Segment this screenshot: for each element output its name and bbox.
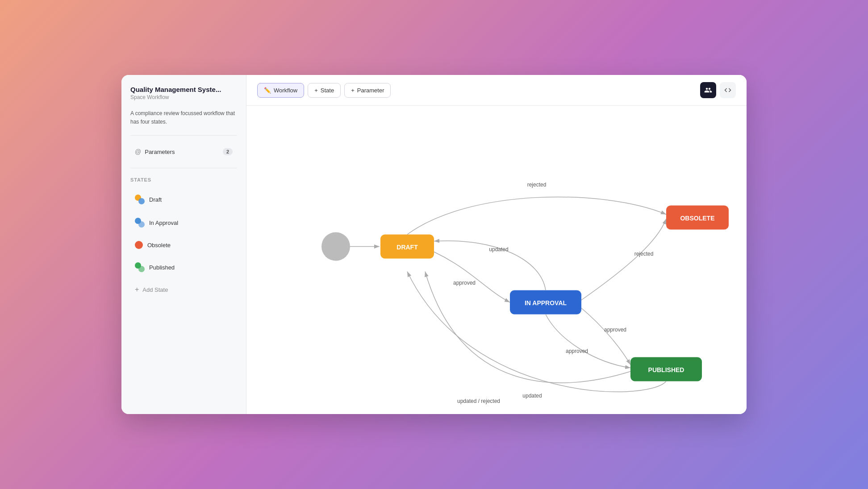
workflow-label: Workflow — [274, 87, 297, 94]
sidebar-item-published[interactable]: Published — [130, 259, 237, 275]
app-subtitle: Space Workflow — [130, 94, 237, 100]
sidebar-item-draft[interactable]: Draft — [130, 191, 237, 207]
diagram-canvas: DRAFT IN APPROVAL OBSOLETE PUBLISHED app… — [246, 106, 747, 414]
pencil-icon: ✏️ — [264, 87, 271, 94]
updated-label-2: updated — [522, 393, 542, 399]
state-button[interactable]: + State — [308, 83, 341, 98]
inapproval-to-obsolete-edge — [581, 219, 666, 300]
approved-label-2: approved — [604, 327, 626, 333]
updated-rejected-label: updated / rejected — [457, 398, 500, 404]
sidebar: Quality Management Syste... Space Workfl… — [121, 75, 246, 414]
parameter-label: Parameter — [357, 87, 384, 94]
published-label: PUBLISHED — [648, 366, 684, 373]
updated-label-1: updated — [489, 246, 508, 253]
main-content: ✏️ Workflow + State + Parameter — [246, 75, 747, 414]
rejected-label-1: rejected — [527, 182, 547, 188]
parameters-row[interactable]: @ Parameters 2 — [130, 145, 237, 159]
plus-icon: + — [135, 286, 139, 294]
plus-param-icon: + — [351, 87, 355, 94]
users-icon — [704, 86, 712, 94]
add-state-label: Add State — [142, 286, 168, 293]
plus-state-icon: + — [314, 87, 318, 94]
workflow-diagram: DRAFT IN APPROVAL OBSOLETE PUBLISHED app… — [246, 106, 747, 414]
parameters-badge: 2 — [223, 148, 233, 155]
add-state-button[interactable]: + Add State — [130, 282, 237, 297]
published-to-draft-updated-edge — [425, 272, 630, 383]
sidebar-header: Quality Management Syste... Space Workfl… — [130, 86, 237, 100]
published-to-draft-rejected-edge — [407, 272, 666, 392]
app-container: Quality Management Syste... Space Workfl… — [121, 75, 747, 414]
sidebar-item-in-approval[interactable]: In Approval — [130, 215, 237, 231]
draft-to-inapproval-edge — [434, 252, 510, 303]
state-label-draft: Draft — [149, 196, 162, 203]
parameters-label: Parameters — [145, 149, 219, 155]
in-approval-label: IN APPROVAL — [525, 299, 567, 307]
draft-label: DRAFT — [396, 244, 418, 251]
draft-to-obsolete-edge — [407, 197, 666, 234]
state-label: State — [321, 87, 334, 94]
parameter-button[interactable]: + Parameter — [344, 83, 391, 98]
inapproval-to-published-upper-edge — [581, 308, 630, 365]
state-label-obsolete: Obsolete — [147, 242, 171, 249]
app-description: A compliance review focussed workflow th… — [130, 109, 237, 126]
inapproval-to-published-lower-edge — [546, 315, 630, 368]
published-icon — [135, 262, 145, 272]
toolbar: ✏️ Workflow + State + Parameter — [246, 75, 747, 106]
divider-1 — [130, 135, 237, 136]
code-icon-button[interactable] — [720, 82, 736, 98]
start-node — [321, 232, 350, 261]
state-label-published: Published — [149, 264, 175, 271]
in-approval-icon — [135, 218, 145, 228]
states-section-label: STATES — [130, 177, 237, 182]
obsolete-icon — [135, 241, 143, 249]
draft-icon — [135, 195, 145, 204]
users-icon-button[interactable] — [700, 82, 716, 98]
sidebar-item-obsolete[interactable]: Obsolete — [130, 238, 237, 252]
divider-2 — [130, 168, 237, 168]
approved-label-1: approved — [453, 280, 476, 286]
obsolete-label: OBSOLETE — [680, 215, 714, 222]
rejected-label-2: rejected — [634, 251, 654, 257]
state-label-in-approval: In Approval — [149, 220, 178, 226]
approved-label-3: approved — [566, 348, 588, 354]
app-title: Quality Management Syste... — [130, 86, 237, 93]
workflow-button[interactable]: ✏️ Workflow — [257, 83, 304, 98]
code-icon — [724, 86, 732, 94]
at-icon: @ — [135, 148, 141, 155]
